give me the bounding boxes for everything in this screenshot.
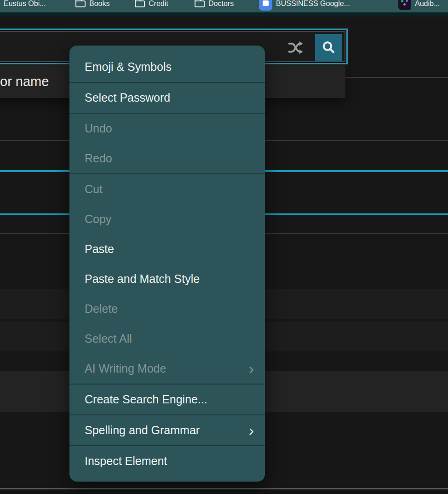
- menu-item-emoji-symbols[interactable]: Emoji & Symbols: [69, 52, 265, 82]
- browser-page: Eustus Obi... Books Credit Doctors BUSSI…: [0, 0, 448, 494]
- menu-item-ai-writing-mode: AI Writing Mode ›: [69, 354, 265, 384]
- bookmark-label: Eustus Obi...: [4, 0, 46, 8]
- menu-item-redo: Redo: [69, 144, 265, 173]
- bookmarks-bar: Eustus Obi... Books Credit Doctors BUSSI…: [0, 0, 448, 12]
- bookmark-label: BUSSINESS Google...: [276, 0, 350, 8]
- magnifier-icon: [321, 40, 336, 55]
- bookmark-label: Audib...: [415, 0, 440, 8]
- bookmark-item[interactable]: Audib...: [398, 0, 440, 12]
- bookmark-folder[interactable]: Credit: [135, 0, 168, 12]
- shuffle-icon[interactable]: [287, 39, 305, 57]
- bookmark-item[interactable]: BUSSINESS Google...: [259, 0, 350, 12]
- search-button[interactable]: [315, 34, 342, 61]
- menu-item-cut: Cut: [69, 174, 265, 204]
- folder-icon: [135, 0, 145, 7]
- context-menu: Emoji & Symbols Select Password Undo Red…: [69, 46, 265, 482]
- menu-item-copy: Copy: [69, 204, 265, 234]
- menu-item-inspect-element[interactable]: Inspect Element: [69, 446, 265, 476]
- folder-icon: [195, 0, 205, 7]
- menu-item-label: Spelling and Grammar: [85, 424, 200, 437]
- scrollbar-track[interactable]: [0, 488, 448, 489]
- menu-item-paste-and-match-style[interactable]: Paste and Match Style: [69, 264, 265, 294]
- submenu-chevron-icon: ›: [249, 422, 254, 437]
- dark-app-favicon: [398, 0, 411, 10]
- menu-item-undo: Undo: [69, 114, 265, 144]
- menu-item-select-all: Select All: [69, 324, 265, 354]
- bookmark-label: Credit: [149, 0, 168, 8]
- bookmark-label: Doctors: [208, 0, 234, 8]
- bookmark-folder[interactable]: Books: [75, 0, 109, 12]
- page-bottom-edge: [0, 489, 448, 494]
- menu-item-create-search-engine[interactable]: Create Search Engine...: [69, 385, 265, 414]
- bookmark-label: Books: [89, 0, 109, 8]
- menu-item-spelling-and-grammar[interactable]: Spelling and Grammar ›: [69, 415, 265, 445]
- suggestion-text[interactable]: or name: [0, 74, 49, 89]
- menu-item-paste[interactable]: Paste: [69, 234, 265, 264]
- folder-icon: [75, 0, 86, 7]
- menu-item-select-password[interactable]: Select Password: [69, 83, 265, 113]
- bookmark-item[interactable]: Eustus Obi...: [4, 0, 46, 12]
- blue-app-favicon: [259, 0, 272, 11]
- menu-item-delete: Delete: [69, 294, 265, 324]
- menu-item-label: AI Writing Mode: [85, 362, 166, 375]
- submenu-chevron-icon: ›: [249, 360, 254, 376]
- bookmark-folder[interactable]: Doctors: [195, 0, 234, 12]
- toolbar-lower-strip: [0, 12, 448, 17]
